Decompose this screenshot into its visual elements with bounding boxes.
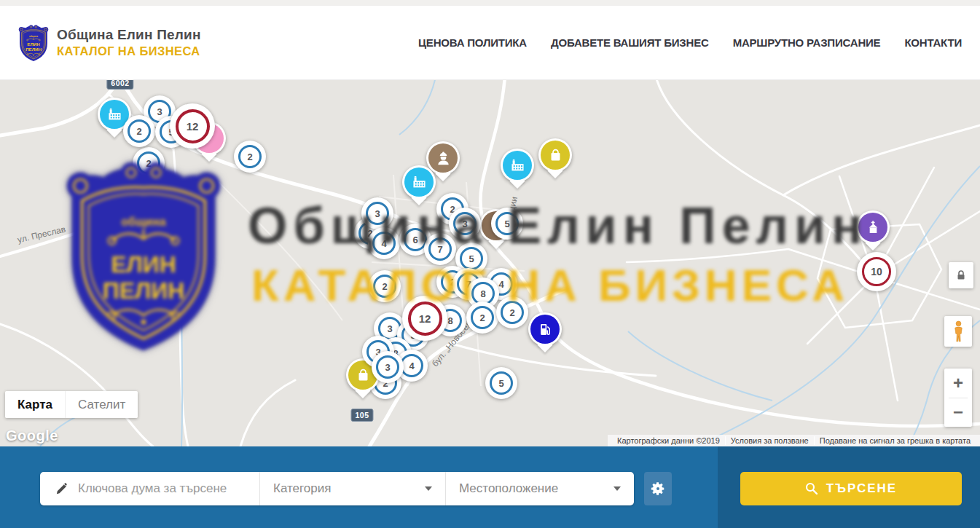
cluster-count: 2	[373, 275, 396, 298]
fuel-station-pin[interactable]	[528, 312, 562, 346]
cluster-count: 4	[372, 232, 396, 255]
location-value: Местоположение	[459, 481, 558, 496]
cluster-count: 5	[460, 247, 483, 270]
cluster-marker[interactable]: 5	[485, 367, 517, 399]
cluster-count: 3	[366, 202, 389, 225]
search-bar: Категория Местоположение ТЪРСЕНЕ	[0, 446, 980, 528]
bag-icon	[355, 367, 372, 384]
nav-add-business[interactable]: ДОБАВЕТЕ ВАШИЯТ БИЗНЕС	[551, 36, 709, 49]
pegman-icon	[952, 320, 965, 342]
report-error-link[interactable]: Подаване на сигнал за грешка в картата	[814, 436, 976, 445]
top-strip	[0, 0, 980, 6]
map-canvas[interactable]: 6002105ул. Преславбул. „Новоселции325122…	[0, 80, 980, 446]
cluster-marker[interactable]: 2	[234, 141, 266, 173]
factory-icon	[106, 106, 123, 123]
bag-icon	[547, 147, 564, 164]
factory-icon	[411, 174, 428, 191]
cluster-marker[interactable]: 12	[170, 103, 215, 149]
shopping-pin[interactable]	[538, 138, 572, 172]
factory-icon	[509, 157, 526, 174]
page: Община Елин Пелин КАТАЛОГ НА БИЗНЕСА ЦЕН…	[0, 0, 980, 528]
nav-pricing[interactable]: ЦЕНОВА ПОЛИТИКА	[418, 36, 527, 49]
cluster-count: 3	[376, 355, 399, 379]
chevron-down-icon	[614, 486, 621, 491]
fuel-icon	[537, 321, 554, 338]
lock-icon	[955, 269, 967, 281]
road-badge: 105	[350, 409, 373, 422]
marker-layer: 6002105ул. Преславбул. „Новоселции325122…	[0, 80, 980, 446]
zoom-out-button[interactable]: −	[944, 398, 972, 427]
chevron-down-icon	[425, 486, 432, 491]
cluster-count: 2	[501, 301, 524, 324]
worker-icon	[435, 150, 452, 167]
cluster-count: 5	[495, 212, 519, 235]
cluster-marker[interactable]: 2	[123, 115, 155, 147]
lock-button[interactable]	[949, 262, 973, 288]
road-badge: 6002	[106, 80, 133, 90]
cluster-marker[interactable]: 3	[361, 197, 393, 229]
cluster-count: 2	[137, 151, 160, 175]
cluster-count: 5	[490, 371, 513, 395]
cluster-count: 2	[128, 119, 151, 143]
nav-contacts[interactable]: КОНТАКТИ	[904, 36, 962, 49]
cluster-marker[interactable]: 2	[133, 147, 165, 179]
header: Община Елин Пелин КАТАЛОГ НА БИЗНЕСА ЦЕН…	[0, 6, 980, 80]
site-logo[interactable]: Община Елин Пелин КАТАЛОГ НА БИЗНЕСА	[17, 23, 201, 63]
search-button-label: ТЪРСЕНЕ	[826, 481, 897, 496]
map-type-map-button[interactable]: Карта	[5, 391, 65, 418]
street-label: ул. Преслав	[17, 224, 67, 245]
nav-route-schedule[interactable]: МАРШРУТНО РАЗПИСАНИЕ	[733, 36, 881, 49]
cluster-count: 2	[471, 306, 494, 329]
church-icon	[865, 219, 882, 236]
gear-icon	[650, 481, 666, 497]
cluster-marker[interactable]: 2	[466, 302, 498, 334]
keyword-field	[40, 472, 260, 505]
cluster-count: 7	[428, 237, 452, 261]
category-dropdown[interactable]: Категория	[260, 472, 446, 505]
worker-pin[interactable]	[426, 141, 460, 175]
cluster-marker[interactable]: 10	[857, 252, 896, 291]
cluster-marker[interactable]: 2	[496, 296, 528, 328]
pencil-icon	[55, 482, 68, 496]
street-view-pegman-button[interactable]	[944, 316, 972, 347]
map-attribution: Картографски данни ©2019 Условия за полз…	[608, 435, 980, 446]
cluster-count: 10	[862, 257, 891, 286]
map-type-satellite-button[interactable]: Сателит	[65, 391, 138, 418]
church-pin[interactable]	[856, 210, 890, 244]
cluster-marker[interactable]: 3	[449, 208, 481, 240]
cluster-count: 12	[176, 109, 210, 143]
cluster-marker[interactable]: 7	[424, 233, 456, 265]
map-type-control: Карта Сателит	[5, 391, 138, 418]
cluster-count: 12	[408, 302, 442, 336]
zoom-in-button[interactable]: +	[944, 369, 972, 398]
zoom-control: + −	[944, 369, 972, 427]
advanced-settings-button[interactable]	[644, 472, 672, 505]
keyword-input[interactable]	[78, 481, 246, 496]
site-subtitle: КАТАЛОГ НА БИЗНЕСА	[57, 44, 201, 58]
cluster-marker[interactable]: 2	[369, 270, 401, 302]
search-icon	[805, 482, 818, 495]
factory-pin[interactable]	[501, 149, 534, 182]
site-title: Община Елин Пелин	[57, 27, 201, 43]
attribution-copyright: Картографски данни ©2019	[612, 436, 725, 445]
cluster-count: 3	[453, 212, 477, 235]
location-dropdown[interactable]: Местоположение	[446, 472, 634, 505]
cluster-marker[interactable]: 12	[402, 296, 447, 341]
municipality-shield-icon	[17, 23, 50, 63]
search-fields-group: Категория Местоположение	[40, 472, 634, 505]
cluster-marker[interactable]: 4	[368, 227, 400, 259]
cluster-marker[interactable]: 3	[372, 351, 404, 383]
cluster-count: 2	[238, 145, 262, 168]
terms-link[interactable]: Условия за ползване	[725, 436, 814, 445]
search-button[interactable]: ТЪРСЕНЕ	[740, 472, 962, 505]
cluster-marker[interactable]: 5	[491, 208, 523, 240]
category-value: Категория	[273, 481, 331, 496]
main-nav: ЦЕНОВА ПОЛИТИКА ДОБАВЕТЕ ВАШИЯТ БИЗНЕС М…	[418, 36, 962, 49]
google-logo[interactable]: Google	[6, 427, 58, 444]
factory-pin[interactable]	[402, 165, 436, 199]
